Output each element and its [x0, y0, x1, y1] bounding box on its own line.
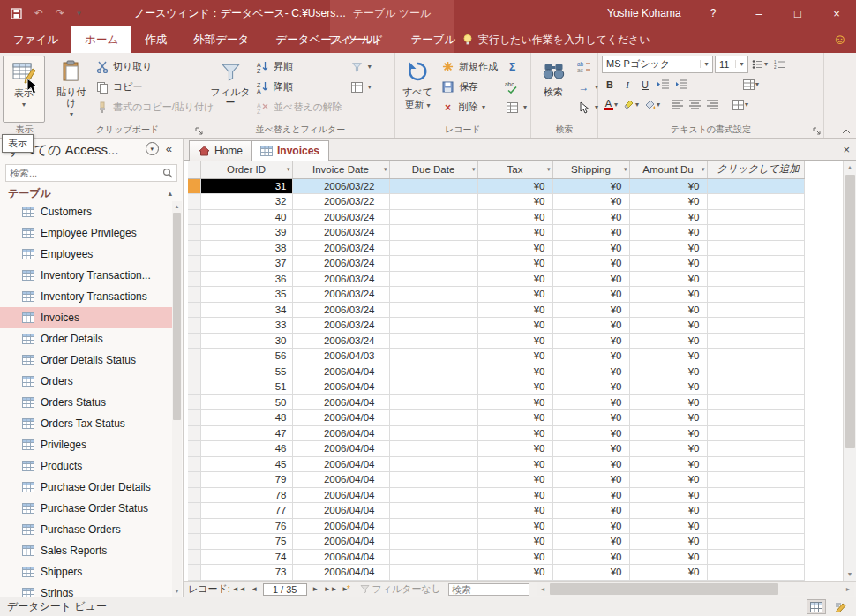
cell[interactable]: ¥0 [477, 287, 552, 303]
nav-item-order-details[interactable]: Order Details [0, 328, 172, 349]
nav-item-purchase-orders[interactable]: Purchase Orders [0, 519, 172, 540]
table-row[interactable]: 312006/03/22¥0¥0¥0 [188, 178, 804, 194]
cell[interactable]: ¥0 [552, 302, 629, 318]
cell[interactable]: ¥0 [477, 565, 552, 581]
new-record-button[interactable]: 新規作成 [437, 56, 501, 77]
table-row[interactable]: 392006/03/24¥0¥0¥0 [188, 225, 804, 241]
cell[interactable]: 48 [200, 410, 292, 426]
filter-status-button[interactable]: フィルターなし [355, 582, 447, 596]
table-row[interactable]: 472006/04/04¥0¥0¥0 [188, 425, 804, 441]
cell[interactable]: ¥0 [629, 240, 707, 256]
cell[interactable]: 2006/03/24 [292, 318, 389, 334]
scroll-up-icon[interactable]: ▲ [172, 201, 182, 212]
dialog-launcher-icon[interactable] [813, 127, 822, 136]
nav-group-tables[interactable]: テーブル ▴ [0, 184, 183, 203]
cell[interactable]: 2006/03/24 [292, 271, 389, 287]
row-selector[interactable] [188, 487, 200, 503]
cell[interactable]: 76 [200, 518, 292, 534]
increase-indent-button[interactable] [673, 76, 690, 93]
cell[interactable]: 78 [200, 487, 292, 503]
cell[interactable] [389, 379, 477, 395]
previous-record-icon[interactable]: ◄ [248, 583, 261, 596]
table-row[interactable]: 302006/03/24¥0¥0¥0 [188, 333, 804, 349]
row-selector[interactable] [188, 256, 200, 272]
cell[interactable] [389, 364, 477, 379]
delete-record-button[interactable]: × 削除 ▾ [437, 97, 501, 117]
record-search-input[interactable] [448, 583, 529, 596]
cell[interactable]: ¥0 [629, 287, 707, 303]
cell-add[interactable] [707, 225, 804, 241]
close-document-icon[interactable]: × [843, 143, 850, 156]
cell[interactable]: ¥0 [629, 194, 707, 210]
cell[interactable]: ¥0 [552, 534, 629, 550]
table-row[interactable]: 552006/04/04¥0¥0¥0 [188, 364, 804, 379]
cell[interactable]: ¥0 [477, 379, 552, 395]
cell[interactable]: ¥0 [477, 240, 552, 256]
cell[interactable]: 2006/04/04 [292, 456, 389, 472]
font-family-select[interactable]: MS Pゴシック ▾ [602, 56, 713, 73]
row-selector[interactable] [188, 178, 200, 194]
cut-button[interactable]: 切り取り [91, 56, 217, 77]
cell-add[interactable] [707, 287, 804, 303]
cell[interactable]: ¥0 [629, 302, 707, 318]
cell[interactable]: ¥0 [552, 456, 629, 472]
column-header-click-to-add[interactable]: クリックして追加 [707, 161, 804, 178]
cell-add[interactable] [707, 472, 804, 488]
underline-button[interactable]: U [637, 76, 653, 93]
cell[interactable] [389, 256, 477, 272]
row-selector[interactable] [188, 425, 200, 441]
cell[interactable] [389, 565, 477, 581]
cell[interactable]: ¥0 [477, 302, 552, 318]
qat-customize-icon[interactable]: ▾ [77, 9, 81, 18]
cell[interactable]: 38 [200, 240, 292, 256]
cell[interactable]: ¥0 [629, 225, 707, 241]
column-header-shipping[interactable]: Shipping▾ [552, 161, 629, 178]
cell[interactable] [389, 472, 477, 488]
cell[interactable]: 74 [200, 549, 292, 565]
cell[interactable]: 2006/04/04 [292, 379, 389, 395]
cell[interactable]: ¥0 [552, 256, 629, 272]
cell[interactable]: 47 [200, 425, 292, 441]
table-row[interactable]: 502006/04/04¥0¥0¥0 [188, 394, 804, 410]
cell[interactable]: 2006/03/24 [292, 225, 389, 241]
cell[interactable]: 2006/04/04 [292, 503, 389, 519]
column-header-amount-due[interactable]: Amount Du▾ [629, 161, 707, 178]
table-row[interactable]: 352006/03/24¥0¥0¥0 [188, 287, 804, 303]
cell-add[interactable] [707, 178, 804, 194]
cell[interactable]: ¥0 [477, 178, 552, 194]
new-record-icon[interactable]: ►* [340, 583, 353, 596]
row-selector[interactable] [188, 503, 200, 519]
cell-effects-button[interactable]: ▾ [731, 96, 750, 113]
scroll-thumb[interactable] [550, 583, 778, 595]
dialog-launcher-icon[interactable] [195, 127, 204, 136]
sort-ascending-button[interactable]: AZ 昇順 [252, 56, 346, 77]
cell[interactable]: ¥0 [552, 240, 629, 256]
cell-add[interactable] [707, 503, 804, 519]
cell[interactable]: 2006/03/24 [292, 287, 389, 303]
scroll-left-icon[interactable]: ◄ [537, 586, 549, 592]
cell[interactable]: 55 [200, 364, 292, 379]
cell[interactable] [389, 240, 477, 256]
bullets-button[interactable]: ▾ [750, 56, 770, 72]
nav-scrollbar[interactable]: ▲ ▼ [172, 201, 182, 597]
feedback-smiley-icon[interactable]: ☺ [833, 26, 847, 53]
cell[interactable]: ¥0 [629, 518, 707, 534]
redo-icon[interactable]: ↷ [56, 7, 64, 19]
cell-add[interactable] [707, 565, 804, 581]
table-row[interactable]: 342006/03/24¥0¥0¥0 [188, 302, 804, 318]
design-view-button[interactable] [831, 599, 851, 614]
cell[interactable]: 2006/03/24 [292, 209, 389, 225]
cell[interactable]: 77 [200, 503, 292, 519]
cell[interactable]: 2006/03/24 [292, 302, 389, 318]
shutter-close-icon[interactable]: « [166, 142, 172, 155]
cell[interactable]: ¥0 [552, 565, 629, 581]
cell-add[interactable] [707, 549, 804, 565]
cell[interactable]: 2006/03/22 [292, 178, 389, 194]
cell[interactable]: ¥0 [477, 349, 552, 364]
row-selector[interactable] [188, 472, 200, 488]
cell[interactable] [389, 518, 477, 534]
cell[interactable] [389, 194, 477, 210]
remove-sort-button[interactable]: AZ 並べ替えの解除 [252, 97, 346, 117]
cell[interactable] [389, 349, 477, 364]
cell[interactable]: ¥0 [477, 271, 552, 287]
